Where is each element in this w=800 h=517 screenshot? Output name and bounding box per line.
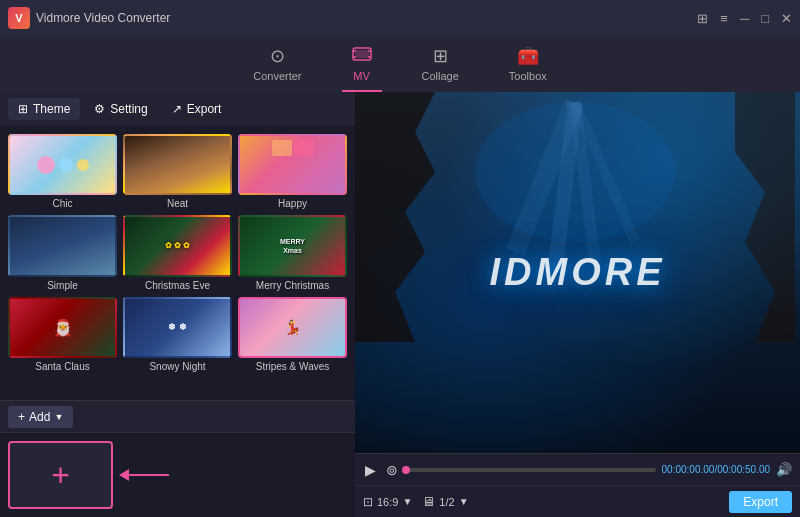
theme-santa-thumb: 🎅: [8, 297, 117, 358]
theme-stripes-label: Stripes & Waves: [256, 361, 330, 372]
navbar: ⊙ Converter MV ⊞ Collage 🧰 Toolbox: [0, 36, 800, 92]
split-dropdown-btn[interactable]: ▼: [459, 496, 469, 507]
right-panel: IDMORE ▶ ⊚ 00:00:00.00/00:00:50.00 🔊 ⊡ 1…: [355, 92, 800, 517]
theme-grid: Chic Neat Happy: [0, 126, 355, 400]
export-button[interactable]: Export: [729, 491, 792, 513]
titlebar-left: V Vidmore Video Converter: [8, 7, 170, 29]
add-media-plus-icon: +: [51, 459, 70, 491]
ratio-selector: ⊡ 16:9 ▼ 🖥 1/2 ▼: [363, 494, 469, 509]
app-title: Vidmore Video Converter: [36, 11, 170, 25]
preview-area: IDMORE: [355, 92, 800, 453]
maximize-button[interactable]: □: [761, 11, 769, 26]
play-button[interactable]: ▶: [363, 460, 378, 480]
add-plus-icon: +: [18, 410, 25, 424]
theme-simple-thumb: [8, 215, 117, 276]
add-label: Add: [29, 410, 50, 424]
tab-theme[interactable]: ⊞ Theme: [8, 98, 80, 120]
time-display: 00:00:00.00/00:00:50.00: [662, 464, 770, 475]
theme-simple-label: Simple: [47, 280, 78, 291]
subtabs: ⊞ Theme ⚙ Setting ↗ Export: [0, 92, 355, 126]
titlebar-controls: ⊞ ≡ ─ □ ✕: [697, 11, 792, 26]
tab-setting-label: Setting: [110, 102, 147, 116]
tab-theme-label: Theme: [33, 102, 70, 116]
theme-christmas-label: Christmas Eve: [145, 280, 210, 291]
theme-merrychristmas[interactable]: MERRYXmas Merry Christmas: [238, 215, 347, 290]
theme-simple[interactable]: Simple: [8, 215, 117, 290]
theme-chic-thumb: [8, 134, 117, 195]
theme-tab-icon: ⊞: [18, 102, 28, 116]
theme-merrychristmas-thumb: MERRYXmas: [238, 215, 347, 276]
add-button[interactable]: + Add ▼: [8, 406, 73, 428]
left-panel: ⊞ Theme ⚙ Setting ↗ Export: [0, 92, 355, 517]
theme-neat-thumb: [123, 134, 232, 195]
player-controls: ▶ ⊚ 00:00:00.00/00:00:50.00 🔊: [355, 453, 800, 485]
toolbox-icon: 🧰: [517, 45, 539, 67]
close-button[interactable]: ✕: [781, 11, 792, 26]
theme-christmas-thumb: ✿ ✿ ✿: [123, 215, 232, 276]
arrow-line: [129, 474, 169, 476]
mv-icon: [352, 46, 372, 67]
main-area: ⊞ Theme ⚙ Setting ↗ Export: [0, 92, 800, 517]
nav-mv-label: MV: [353, 70, 370, 82]
add-media-box[interactable]: +: [8, 441, 113, 509]
nav-converter[interactable]: ⊙ Converter: [243, 45, 311, 92]
titlebar: V Vidmore Video Converter ⊞ ≡ ─ □ ✕: [0, 0, 800, 36]
nav-toolbox[interactable]: 🧰 Toolbox: [499, 45, 557, 92]
tab-export-label: Export: [187, 102, 222, 116]
theme-neat-label: Neat: [167, 198, 188, 209]
minimize-button[interactable]: ─: [740, 11, 749, 26]
progress-bar[interactable]: [406, 468, 656, 472]
tab-setting[interactable]: ⚙ Setting: [84, 98, 157, 120]
theme-chic[interactable]: Chic: [8, 134, 117, 209]
converter-icon: ⊙: [270, 45, 285, 67]
theme-stripes[interactable]: 💃 Stripes & Waves: [238, 297, 347, 372]
arrow-indicator: [120, 469, 169, 481]
menu-button[interactable]: ≡: [720, 11, 728, 26]
volume-icon[interactable]: 🔊: [776, 462, 792, 477]
theme-happy-label: Happy: [278, 198, 307, 209]
nav-collage-label: Collage: [422, 70, 459, 82]
time-total: 00:00:50.00: [717, 464, 770, 475]
add-media-area: +: [0, 432, 355, 517]
theme-merrychristmas-label: Merry Christmas: [256, 280, 329, 291]
monitor-icon: 🖥: [422, 494, 435, 509]
add-dropdown-icon: ▼: [54, 412, 63, 422]
theme-happy[interactable]: Happy: [238, 134, 347, 209]
arrow-head: [119, 469, 129, 481]
theme-snowy-thumb: ❄ ❄: [123, 297, 232, 358]
export-tab-icon: ↗: [172, 102, 182, 116]
nav-converter-label: Converter: [253, 70, 301, 82]
split-value: 1/2: [439, 496, 454, 508]
stop-button[interactable]: ⊚: [384, 460, 400, 480]
grid-button[interactable]: ⊞: [697, 11, 708, 26]
preview-background: IDMORE: [355, 92, 800, 453]
theme-santa[interactable]: 🎅 Santa Claus: [8, 297, 117, 372]
nav-collage[interactable]: ⊞ Collage: [412, 45, 469, 92]
theme-snowy[interactable]: ❄ ❄ Snowy Night: [123, 297, 232, 372]
setting-tab-icon: ⚙: [94, 102, 105, 116]
nav-toolbox-label: Toolbox: [509, 70, 547, 82]
nav-mv[interactable]: MV: [342, 46, 382, 92]
theme-neat[interactable]: Neat: [123, 134, 232, 209]
app-logo: V: [8, 7, 30, 29]
bottom-toolbar: + Add ▼: [0, 400, 355, 432]
collage-icon: ⊞: [433, 45, 448, 67]
theme-happy-thumb: [238, 134, 347, 195]
svg-rect-1: [355, 50, 369, 58]
progress-dot: [402, 466, 410, 474]
ratio-dropdown-btn[interactable]: ▼: [402, 496, 412, 507]
theme-snowy-label: Snowy Night: [149, 361, 205, 372]
theme-stripes-thumb: 💃: [238, 297, 347, 358]
theme-christmas[interactable]: ✿ ✿ ✿ Christmas Eve: [123, 215, 232, 290]
ratio-value: 16:9: [377, 496, 398, 508]
preview-title-text: IDMORE: [490, 251, 666, 294]
ratio-icon: ⊡: [363, 495, 373, 509]
time-current: 00:00:00.00: [662, 464, 715, 475]
tab-export[interactable]: ↗ Export: [162, 98, 232, 120]
theme-santa-label: Santa Claus: [35, 361, 89, 372]
player-bottom-bar: ⊡ 16:9 ▼ 🖥 1/2 ▼ Export: [355, 485, 800, 517]
theme-chic-label: Chic: [52, 198, 72, 209]
